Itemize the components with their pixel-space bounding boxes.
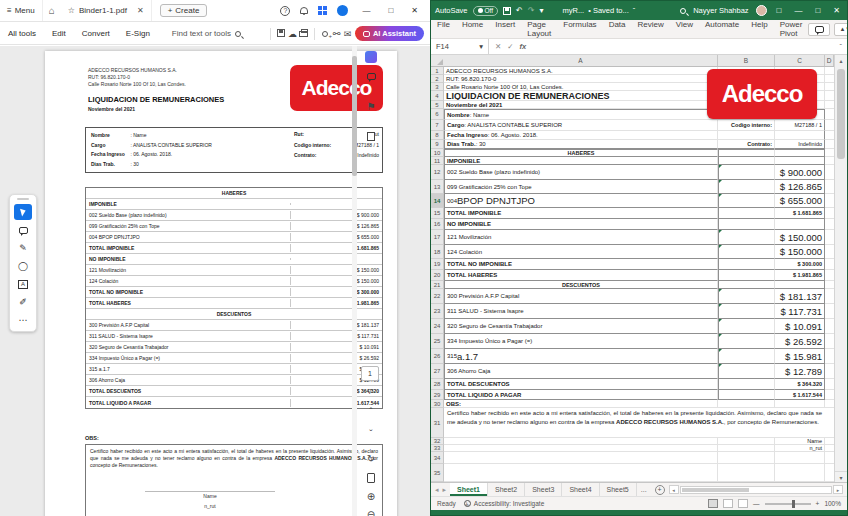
- cell-a10[interactable]: HABERES: [444, 149, 718, 157]
- cell-a18[interactable]: 124 Colación: [444, 245, 718, 259]
- zoom-in-icon[interactable]: +: [816, 500, 820, 507]
- cell-d27[interactable]: [825, 364, 834, 379]
- ribbon-tab-view[interactable]: View: [670, 20, 699, 38]
- cell-b15[interactable]: [718, 208, 775, 219]
- row-header-9[interactable]: 9: [431, 140, 444, 149]
- accessibility-status[interactable]: ♿ Accessibility: Investigate: [464, 500, 544, 507]
- close-button[interactable]: ✕: [407, 6, 422, 15]
- ribbon-tab-data[interactable]: Data: [603, 20, 632, 38]
- row-header-22[interactable]: 22: [431, 289, 444, 304]
- cell-c9[interactable]: Indefinido: [775, 140, 825, 149]
- page-number-input[interactable]: 1: [361, 366, 379, 381]
- cell-a21[interactable]: DESCUENTOS: [444, 281, 718, 289]
- column-header-a[interactable]: A: [444, 55, 718, 66]
- cell-a8[interactable]: Fecha Ingreso : 06. Agosto. 2018.: [444, 131, 718, 140]
- zoom-in-icon[interactable]: ⊕: [362, 488, 380, 504]
- text-select-tool[interactable]: A: [14, 276, 32, 292]
- ai-panel-icon[interactable]: [362, 49, 380, 65]
- cell-d30[interactable]: [825, 400, 834, 408]
- cell-b11[interactable]: [718, 157, 775, 165]
- cell-d33[interactable]: [825, 445, 834, 452]
- cell-d25[interactable]: [825, 334, 834, 349]
- name-box[interactable]: F14 ▾: [431, 39, 489, 54]
- maximize-button[interactable]: □: [384, 6, 397, 15]
- scroll-down-icon[interactable]: ▾: [835, 471, 847, 482]
- search-icon[interactable]: [680, 8, 686, 14]
- cell-b25[interactable]: [718, 334, 775, 349]
- minimize-button[interactable]: —: [791, 6, 805, 15]
- row-header-24[interactable]: 24: [431, 319, 444, 334]
- row-header-20[interactable]: 20: [431, 270, 444, 281]
- cell-a15[interactable]: TOTAL IMPONIBLE: [444, 208, 718, 219]
- cloud-upload-icon[interactable]: ☁: [287, 29, 298, 39]
- cell-d22[interactable]: [825, 289, 834, 304]
- row-header-7[interactable]: 7: [431, 120, 444, 131]
- row-header-31[interactable]: 31: [431, 408, 444, 438]
- cell-a16[interactable]: NO IMPONIBLE: [444, 219, 718, 230]
- cell-a27[interactable]: 306 Ahorro Caja: [444, 364, 718, 379]
- formula-input[interactable]: [532, 39, 834, 54]
- sheet-tab-sheet1[interactable]: Sheet1: [450, 483, 488, 496]
- cell-b14[interactable]: [718, 194, 775, 208]
- cell-a14[interactable]: 004 BPOP DPNJTJPO: [444, 194, 718, 208]
- row-header-11[interactable]: 11: [431, 157, 444, 165]
- cell-b30[interactable]: [718, 400, 775, 408]
- hscroll-right-icon[interactable]: ▸: [833, 485, 843, 494]
- apps-grid-icon[interactable]: [318, 6, 327, 15]
- ribbon-display-icon[interactable]: □: [774, 6, 785, 15]
- row-header-35[interactable]: 35: [431, 464, 444, 482]
- cell-c10[interactable]: [775, 149, 825, 157]
- cell-a17[interactable]: 121 Movilización: [444, 230, 718, 245]
- cell-a31[interactable]: Certifico haber recibido en este acto a …: [444, 408, 825, 438]
- workbook-title[interactable]: myR...: [563, 6, 585, 15]
- row-header-17[interactable]: 17: [431, 230, 444, 245]
- cell-d6[interactable]: [825, 109, 834, 120]
- vertical-scrollbar[interactable]: ▴ ▾: [834, 55, 847, 482]
- cell-a35[interactable]: [444, 464, 718, 482]
- cell-d21[interactable]: [825, 281, 834, 289]
- row-header-16[interactable]: 16: [431, 219, 444, 230]
- cell-a28[interactable]: TOTAL DESCUENTOS: [444, 379, 718, 390]
- cell-d15[interactable]: [825, 208, 834, 219]
- cell-a3[interactable]: Calle Rosario Norte 100 Of 10, Las Conde…: [444, 83, 718, 91]
- cell-d9[interactable]: [825, 140, 834, 149]
- enter-icon[interactable]: ✓: [507, 42, 513, 51]
- cell-d26[interactable]: [825, 349, 834, 364]
- cell-c13[interactable]: $ 126.865: [775, 180, 825, 194]
- cell-c7[interactable]: M27188 / 1: [775, 120, 825, 131]
- ai-assistant-button[interactable]: AI Assistant: [355, 26, 424, 41]
- cell-d5[interactable]: [825, 101, 834, 109]
- cell-b18[interactable]: [718, 245, 775, 259]
- ribbon-tab-home[interactable]: Home: [456, 20, 489, 38]
- cell-a25[interactable]: 334 Impuesto Único a Pagar (=): [444, 334, 718, 349]
- help-icon[interactable]: ?: [280, 6, 290, 16]
- cell-a13[interactable]: 099 Gratificación 25% con Tope: [444, 180, 718, 194]
- row-header-28[interactable]: 28: [431, 379, 444, 390]
- cell-c16[interactable]: [775, 219, 825, 230]
- select-all-corner[interactable]: [431, 55, 444, 66]
- cell-c32[interactable]: Name: [775, 438, 825, 445]
- row-header-26[interactable]: 26: [431, 349, 444, 364]
- ribbon-tab-file[interactable]: File: [431, 20, 456, 38]
- zoom-out-icon[interactable]: ⊖: [362, 506, 380, 516]
- next-page-icon[interactable]: ˇ: [362, 426, 380, 442]
- add-sheet-button[interactable]: +: [655, 485, 665, 495]
- cell-b12[interactable]: [718, 165, 775, 180]
- maximize-button[interactable]: □: [812, 6, 823, 15]
- row-header-30[interactable]: 30: [431, 400, 444, 408]
- menu-item-e-sign[interactable]: E-Sign: [118, 29, 158, 38]
- cell-d17[interactable]: [825, 230, 834, 245]
- ribbon-tab-automate[interactable]: Automate: [699, 20, 745, 38]
- saved-status[interactable]: • Saved to...: [588, 6, 629, 15]
- horizontal-scrollbar[interactable]: ◂ ▸: [669, 485, 843, 494]
- home-icon[interactable]: ⌂: [43, 5, 61, 16]
- normal-view-button[interactable]: [708, 499, 718, 508]
- cell-d13[interactable]: [825, 180, 834, 194]
- cell-a33[interactable]: [444, 445, 718, 452]
- cell-c21[interactable]: [775, 281, 825, 289]
- cell-d11[interactable]: [825, 157, 834, 165]
- cell-a9[interactable]: Dias Trab. : 30: [444, 140, 718, 149]
- autosave-toggle[interactable]: Off: [473, 6, 499, 16]
- stamp-tool[interactable]: ✐: [14, 294, 32, 310]
- title-chevron-icon[interactable]: ˇ: [633, 6, 636, 15]
